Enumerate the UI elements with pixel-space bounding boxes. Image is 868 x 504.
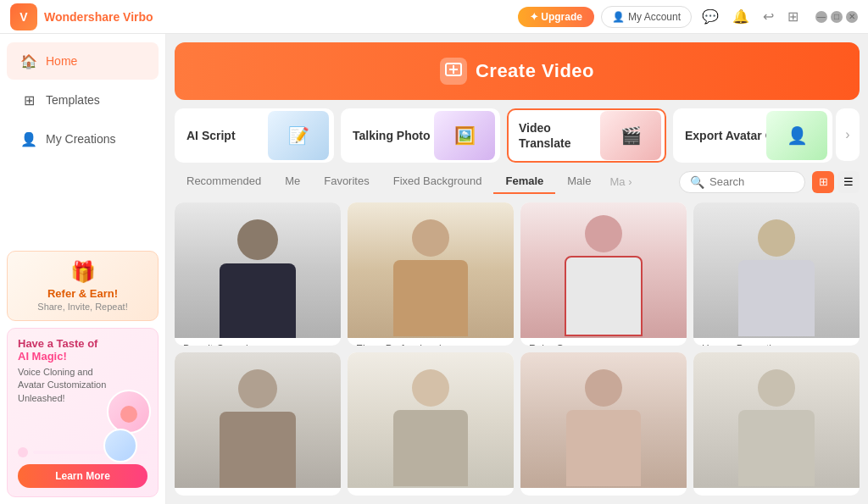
home-icon: 🏠 [20,53,37,69]
avatar-image-brandt [175,202,341,338]
tab-fixed-background[interactable]: Fixed Background [381,169,494,194]
avatar-card-harper[interactable]: Harper-Promotion [693,202,860,346]
my-creations-icon: 👤 [20,130,37,147]
avatar-label-row2-3 [520,488,687,496]
minimize-button[interactable]: — [815,11,827,23]
sidebar-item-home[interactable]: 🏠 Home [7,42,159,80]
avatar-label-row2-4 [693,488,860,496]
title-bar-actions: ✦ Upgrade 👤 My Account 💬 🔔 ↩ ⊞ — □ ✕ [518,5,858,28]
tab-male[interactable]: Male [555,169,603,194]
avatar-image-row2-4 [693,352,860,488]
history-icon[interactable]: ↩ [760,5,777,28]
sidebar: 🏠 Home ⊞ Templates 👤 My Creations 🎁 Refe… [0,34,166,504]
export-avatar-image: 👤 [766,111,827,160]
avatar-image-row2-1 [175,352,341,488]
promo-refer-subtitle: Share, Invite, Repeat! [18,302,147,312]
avatar-label-row2-1 [175,488,341,496]
create-video-icon [440,58,467,85]
sidebar-nav: 🏠 Home ⊞ Templates 👤 My Creations [0,34,165,244]
video-translate-thumbnail: 🎬 [597,110,665,161]
avatar-label-brandt: Brandt-Casual [175,338,341,346]
feature-card-video-translate[interactable]: VideoTranslate 🎬 [507,108,666,163]
feature-card-talking-photo[interactable]: Talking Photo 🖼️ [341,108,500,163]
video-translate-image: 🎬 [600,111,661,160]
feature-card-ai-script[interactable]: AI Script 📝 [175,108,334,163]
upgrade-button[interactable]: ✦ Upgrade [518,7,594,27]
title-bar: V Wondershare Virbo ✦ Upgrade 👤 My Accou… [0,0,868,34]
avatar-label-elena: Elena-Professional [348,338,514,346]
sidebar-item-creations-label: My Creations [46,132,115,146]
templates-icon: ⊞ [20,91,37,108]
avatar-card-elena[interactable]: Elena-Professional [348,202,514,346]
avatar-label-harper: Harper-Promotion [693,338,860,346]
sidebar-item-templates[interactable]: ⊞ Templates [7,81,159,119]
avatar-card-row2-4[interactable] [693,352,860,496]
avatar-image-row2-3 [520,352,687,488]
tab-female[interactable]: Female [493,169,555,194]
promo-refer-card[interactable]: 🎁 Refer & Earn! Share, Invite, Repeat! [7,251,159,321]
search-box: 🔍 [679,171,805,193]
main-layout: 🏠 Home ⊞ Templates 👤 My Creations 🎁 Refe… [0,34,868,504]
list-view-button[interactable]: ☰ [837,171,860,193]
content-area: Create Video AI Script 📝 Talking Photo 🖼… [166,34,868,504]
hero-title: Create Video [476,60,594,82]
app-name: Wondershare Virbo [44,10,153,24]
promo-refer-title: Refer & Earn! [18,287,147,300]
tab-favorites[interactable]: Favorites [312,169,381,194]
export-avatar-thumbnail: 👤 [763,110,831,161]
search-input[interactable] [709,175,794,188]
avatar-image-row2-2 [348,352,514,488]
avatar-card-row2-2[interactable] [348,352,514,496]
close-button[interactable]: ✕ [846,11,858,23]
avatar-card-ruby[interactable]: Ruby-Games [520,202,687,346]
hero-content: Create Video [440,58,594,85]
feature-card-export-avatar[interactable]: Export Avatar Only 👤 [673,108,832,163]
avatar-label-row2-2 [348,488,514,496]
avatar-grid: Brandt-Casual Elena-Professional [166,197,868,504]
filter-tabs: Recommended Me Favorites Fixed Backgroun… [166,163,868,197]
promo-ai-card[interactable]: Have a Taste of AI Magic! Voice Cloning … [7,328,159,497]
app-logo: V [10,3,37,30]
grid-icon[interactable]: ⊞ [784,5,802,28]
window-controls: — □ ✕ [815,11,858,23]
ai-script-image: 📝 [268,111,329,160]
chat-icon[interactable]: 💬 [698,5,722,28]
feature-cards-next-button[interactable]: › [836,108,860,161]
feature-cards: AI Script 📝 Talking Photo 🖼️ VideoTransl… [175,108,860,163]
avatar-card-row2-3[interactable] [520,352,687,496]
app-branding: V Wondershare Virbo [10,3,153,30]
hero-banner[interactable]: Create Video [175,42,860,100]
avatar-image-elena [348,202,514,338]
sidebar-promo: 🎁 Refer & Earn! Share, Invite, Repeat! H… [0,244,165,504]
account-button[interactable]: 👤 My Account [601,6,692,28]
avatar-image-ruby [520,202,687,338]
account-icon: 👤 [612,11,625,23]
avatar-card-brandt[interactable]: Brandt-Casual [175,202,341,346]
tab-me[interactable]: Me [273,169,312,194]
talking-photo-thumbnail: 🖼️ [431,110,498,161]
avatar-card-row2-1[interactable] [175,352,341,496]
tab-more[interactable]: Ma › [603,170,638,193]
gift-icon: 🎁 [18,260,147,284]
bell-icon[interactable]: 🔔 [729,5,753,28]
sidebar-item-home-label: Home [46,54,77,68]
promo-ai-title: Have a Taste of AI Magic! [18,337,147,363]
talking-photo-image: 🖼️ [434,111,495,160]
grid-view-button[interactable]: ⊞ [812,171,834,193]
sidebar-item-my-creations[interactable]: 👤 My Creations [7,120,159,158]
ai-script-thumbnail: 📝 [264,110,332,161]
avatar-label-ruby: Ruby-Games [520,338,687,346]
maximize-button[interactable]: □ [831,11,843,23]
ai-decoration [103,390,151,462]
search-icon: 🔍 [690,175,704,189]
learn-more-button[interactable]: Learn More [18,464,147,488]
avatar-image-harper [693,202,860,338]
tab-recommended[interactable]: Recommended [175,169,273,194]
view-toggle: ⊞ ☰ [812,171,860,193]
sidebar-item-templates-label: Templates [46,93,100,107]
